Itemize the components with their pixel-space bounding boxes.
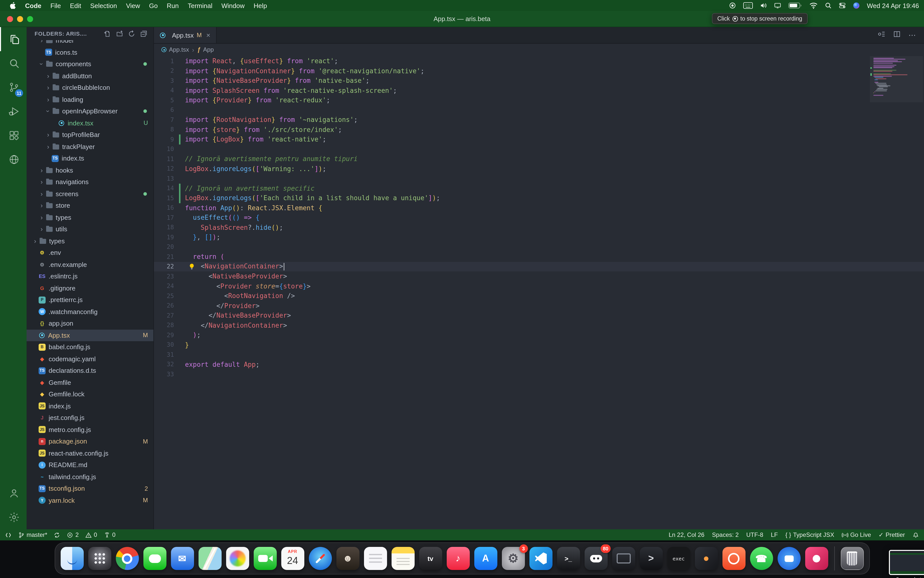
tree-item-components[interactable]: ›components xyxy=(27,58,154,70)
tree-item-index.ts[interactable]: TSindex.ts xyxy=(27,153,154,164)
status-errors[interactable]: 2 xyxy=(67,531,79,538)
menu-go[interactable]: Go xyxy=(145,2,162,9)
status-indentation[interactable]: Spaces: 2 xyxy=(712,531,739,538)
tree-item-.gitignore[interactable]: G.gitignore xyxy=(27,282,154,294)
menu-window[interactable]: Window xyxy=(217,2,249,9)
battery-icon[interactable] xyxy=(788,2,802,9)
tree-item-.prettierrc.js[interactable]: P.prettierrc.js xyxy=(27,294,154,306)
new-file-icon[interactable] xyxy=(104,30,111,37)
refresh-icon[interactable] xyxy=(128,30,135,37)
status-remote[interactable] xyxy=(5,532,11,538)
record-indicator-icon[interactable] xyxy=(729,2,736,9)
activity-live-server-icon[interactable] xyxy=(0,148,27,172)
tree-item-screens[interactable]: ›screens xyxy=(27,188,154,200)
dock-messages[interactable] xyxy=(143,547,166,570)
menu-code[interactable]: Code xyxy=(21,2,46,9)
code-line-12[interactable]: 12LogBox.ignoreLogs(['Warning: ...']); xyxy=(154,164,924,174)
code-line-1[interactable]: 1import React, {useEffect} from 'react'; xyxy=(154,56,924,66)
tree-item-app.json[interactable]: {}app.json xyxy=(27,318,154,330)
file-tree-container[interactable]: ›modelTSicons.ts›components›addButton›ci… xyxy=(27,40,154,529)
dock-mail[interactable]: ✉ xyxy=(171,547,194,570)
code-line-29[interactable]: 29 ); xyxy=(154,330,924,340)
code-line-31[interactable]: 31 xyxy=(154,350,924,359)
dock-trash[interactable] xyxy=(840,547,864,570)
tab-app-tsx[interactable]: App.tsx M × xyxy=(154,27,216,43)
tree-item-.eslintrc.js[interactable]: ES.eslintrc.js xyxy=(27,270,154,282)
activity-explorer-icon[interactable] xyxy=(0,27,27,51)
tree-item-yarn.lock[interactable]: Yyarn.lockM xyxy=(27,494,154,506)
status-warnings[interactable]: 0 xyxy=(85,531,97,538)
dock-exec[interactable]: exec xyxy=(667,547,690,570)
tree-item-package.json[interactable]: npackage.jsonM xyxy=(27,435,154,447)
display-icon[interactable] xyxy=(774,2,781,9)
breadcrumb-App.tsx[interactable]: App.tsx xyxy=(162,46,189,53)
code-line-7[interactable]: 7import {RootNavigation} from '~navigati… xyxy=(154,115,924,125)
apple-menu-icon[interactable] xyxy=(5,2,21,10)
dock-app-store[interactable]: A xyxy=(474,547,497,570)
code-line-10[interactable]: 10 xyxy=(154,144,924,154)
tree-item-model[interactable]: ›model xyxy=(27,40,154,46)
code-line-20[interactable]: 20 xyxy=(154,242,924,252)
code-line-23[interactable]: 23 <NativeBaseProvider> xyxy=(154,271,924,281)
code-line-5[interactable]: 5import {Provider} from 'react-redux'; xyxy=(154,95,924,105)
tree-item-.watchmanconfig[interactable]: W.watchmanconfig xyxy=(27,306,154,318)
dock-whatsapp[interactable]: ☎ xyxy=(750,547,773,570)
tree-item-declarations.d.ts[interactable]: TSdeclarations.d.ts xyxy=(27,365,154,377)
code-line-22[interactable]: 22 <NavigationContainer> xyxy=(154,261,924,271)
tree-item-tsconfig.json[interactable]: TStsconfig.json2 xyxy=(27,483,154,494)
dock-iterm[interactable]: > xyxy=(639,547,663,570)
dock-app-pink[interactable] xyxy=(805,547,828,570)
control-center-icon[interactable] xyxy=(839,2,846,9)
code-line-3[interactable]: 3import {NativeBaseProvider} from 'nativ… xyxy=(154,76,924,86)
quick-fix-lightbulb-icon[interactable] xyxy=(188,263,196,270)
status-language-mode[interactable]: { }TypeScript JSX xyxy=(785,531,834,538)
dock-music[interactable]: ♪ xyxy=(447,547,469,570)
keyboard-brightness-icon[interactable] xyxy=(743,2,753,9)
tree-item-index.tsx[interactable]: index.tsxU xyxy=(27,117,154,129)
tree-item-jest.config.js[interactable]: Jjest.config.js xyxy=(27,412,154,424)
tree-item-loading[interactable]: ›loading xyxy=(27,94,154,106)
code-line-9[interactable]: 9import {LogBox} from 'react-native'; xyxy=(154,135,924,144)
tree-item-App.tsx[interactable]: App.tsxM xyxy=(27,330,154,341)
volume-icon[interactable] xyxy=(760,2,767,9)
tree-item-Gemfile[interactable]: ◆Gemfile xyxy=(27,377,154,388)
dock-zoom[interactable] xyxy=(777,547,800,570)
dock-app-window[interactable] xyxy=(612,547,635,570)
close-window-button[interactable] xyxy=(7,16,13,22)
code-line-2[interactable]: 2import {NavigationContainer} from '@rea… xyxy=(154,66,924,76)
dock-apple-tv[interactable]: tv xyxy=(419,547,442,570)
dock-system-settings[interactable]: ⚙3 xyxy=(502,547,525,570)
code-line-24[interactable]: 24 <Provider store={store}> xyxy=(154,281,924,291)
status-prettier[interactable]: ✓Prettier xyxy=(879,531,905,538)
code-line-4[interactable]: 4import SplashScreen from 'react-native-… xyxy=(154,86,924,95)
menu-edit[interactable]: Edit xyxy=(65,2,86,9)
menu-help[interactable]: Help xyxy=(249,2,272,9)
code-line-17[interactable]: 17 useEffect(() => { xyxy=(154,213,924,222)
tree-item-babel.config.js[interactable]: Bbabel.config.js xyxy=(27,341,154,353)
tree-item-topProfileBar[interactable]: ›topProfileBar xyxy=(27,129,154,141)
tree-item-icons.ts[interactable]: TSicons.ts xyxy=(27,46,154,58)
tree-item-addButton[interactable]: ›addButton xyxy=(27,70,154,82)
split-editor-icon[interactable] xyxy=(893,30,901,40)
tree-item-.env[interactable]: ⚙.env xyxy=(27,247,154,259)
dock-notes[interactable] xyxy=(391,547,414,570)
status-ports[interactable]: 0 xyxy=(104,531,115,538)
code-line-8[interactable]: 8import {store} from './src/store/index'… xyxy=(154,125,924,135)
code-line-25[interactable]: 25 <RootNavigation /> xyxy=(154,291,924,301)
tree-item-metro.config.js[interactable]: JSmetro.config.js xyxy=(27,424,154,435)
dock-launchpad[interactable] xyxy=(88,547,111,570)
menu-selection[interactable]: Selection xyxy=(86,2,121,9)
zoom-window-button[interactable] xyxy=(27,16,33,22)
tree-item-Gemfile.lock[interactable]: ◆Gemfile.lock xyxy=(27,388,154,400)
code-line-6[interactable]: 6 xyxy=(154,105,924,115)
activity-accounts-icon[interactable] xyxy=(0,481,27,505)
tree-item-.env.example[interactable]: ⚙.env.example xyxy=(27,259,154,270)
tree-item-react-native.config.js[interactable]: JSreact-native.config.js xyxy=(27,447,154,459)
status-cursor-position[interactable]: Ln 22, Col 26 xyxy=(668,531,704,538)
dock-contacts[interactable]: ☻ xyxy=(336,547,359,570)
code-area[interactable]: 1import React, {useEffect} from 'react';… xyxy=(154,56,924,529)
open-changes-icon[interactable] xyxy=(877,30,885,40)
tree-item-codemagic.yaml[interactable]: ◆codemagic.yaml xyxy=(27,353,154,365)
screenshot-preview[interactable]: Screenshot xyxy=(889,550,924,578)
tree-item-types[interactable]: ›types xyxy=(27,235,154,247)
